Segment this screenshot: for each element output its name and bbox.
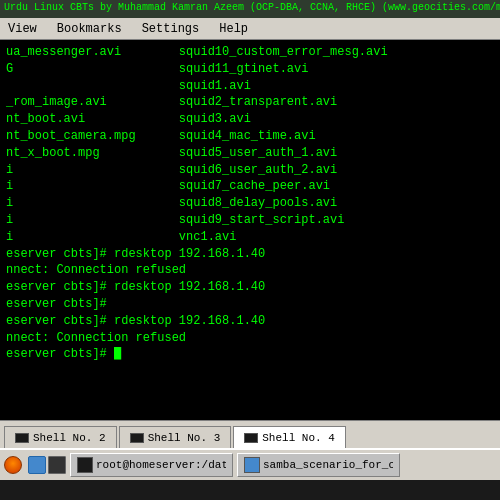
terminal-line: eserver cbts]# █ bbox=[6, 346, 494, 363]
tab-icon-shell-3 bbox=[130, 433, 144, 443]
menu-view[interactable]: View bbox=[4, 21, 41, 37]
terminal-line: nt_boot_camera.mpg squid4_mac_time.avi bbox=[6, 128, 494, 145]
terminal-line: nnect: Connection refused bbox=[6, 330, 494, 347]
terminal-output: ua_messenger.avi squid10_custom_error_me… bbox=[0, 40, 500, 420]
terminal-line: i vnc1.avi bbox=[6, 229, 494, 246]
menu-bar: View Bookmarks Settings Help bbox=[0, 18, 500, 40]
tab-shell-3[interactable]: Shell No. 3 bbox=[119, 426, 232, 448]
taskbar-icon-group bbox=[28, 456, 66, 474]
tab-shell-2[interactable]: Shell No. 2 bbox=[4, 426, 117, 448]
tab-label-shell-2: Shell No. 2 bbox=[33, 432, 106, 444]
terminal-line: _rom_image.avi squid2_transparent.avi bbox=[6, 94, 494, 111]
terminal-line: i squid6_user_auth_2.avi bbox=[6, 162, 494, 179]
title-bar: Urdu Linux CBTs by Muhammad Kamran Azeem… bbox=[0, 0, 500, 18]
tab-label-shell-3: Shell No. 3 bbox=[148, 432, 221, 444]
tab-label-shell-4: Shell No. 4 bbox=[262, 432, 335, 444]
tab-shell-4[interactable]: Shell No. 4 bbox=[233, 426, 346, 448]
terminal-line: eserver cbts]# rdesktop 192.168.1.40 bbox=[6, 279, 494, 296]
menu-help[interactable]: Help bbox=[215, 21, 252, 37]
samba-taskbar-icon bbox=[244, 457, 260, 473]
terminal-line: i squid9_start_script.avi bbox=[6, 212, 494, 229]
terminal-line: nnect: Connection refused bbox=[6, 262, 494, 279]
firefox-icon[interactable] bbox=[4, 456, 22, 474]
terminal-taskbar-icon bbox=[77, 457, 93, 473]
title-text: Urdu Linux CBTs by Muhammad Kamran Azeem… bbox=[4, 2, 500, 13]
terminal-line: i squid7_cache_peer.avi bbox=[6, 178, 494, 195]
network-icon[interactable] bbox=[28, 456, 46, 474]
terminal-line: eserver cbts]# rdesktop 192.168.1.40 bbox=[6, 313, 494, 330]
terminal-line: squid1.avi bbox=[6, 78, 494, 95]
monitor-icon[interactable] bbox=[48, 456, 66, 474]
terminal-line: nt_x_boot.mpg squid5_user_auth_1.avi bbox=[6, 145, 494, 162]
tab-icon-shell-2 bbox=[15, 433, 29, 443]
terminal-line: i squid8_delay_pools.avi bbox=[6, 195, 494, 212]
terminal-line: ua_messenger.avi squid10_custom_error_me… bbox=[6, 44, 494, 61]
taskbar-samba-label: samba_scenario_for_cbts bbox=[263, 459, 393, 471]
terminal-line: eserver cbts]# bbox=[6, 296, 494, 313]
terminal-line: nt_boot.avi squid3.avi bbox=[6, 111, 494, 128]
tab-icon-shell-4 bbox=[244, 433, 258, 443]
menu-bookmarks[interactable]: Bookmarks bbox=[53, 21, 126, 37]
tab-bar: Shell No. 2 Shell No. 3 Shell No. 4 bbox=[0, 420, 500, 448]
taskbar-terminal-label: root@homeserver:/data/cd bbox=[96, 459, 226, 471]
taskbar-terminal-button[interactable]: root@homeserver:/data/cd bbox=[70, 453, 233, 477]
taskbar: root@homeserver:/data/cd samba_scenario_… bbox=[0, 448, 500, 480]
menu-settings[interactable]: Settings bbox=[138, 21, 204, 37]
terminal-line: G squid11_gtinet.avi bbox=[6, 61, 494, 78]
terminal-line: eserver cbts]# rdesktop 192.168.1.40 bbox=[6, 246, 494, 263]
taskbar-samba-button[interactable]: samba_scenario_for_cbts bbox=[237, 453, 400, 477]
